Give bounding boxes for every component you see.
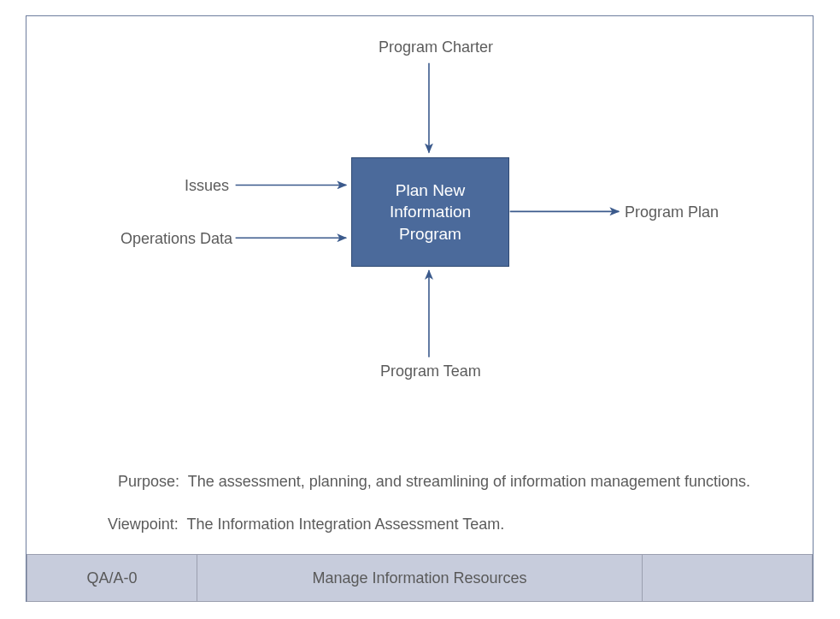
footer: QA/A-0 Manage Information Resources [26,554,813,602]
mechanism-label: Program Team [380,363,481,380]
diagram-area: Program Charter Issues Operations Data P… [26,16,813,601]
purpose-text: The assessment, planning, and streamlini… [188,473,750,490]
purpose-label: Purpose: [118,473,179,490]
viewpoint-label: Viewpoint: [108,516,179,533]
viewpoint-row: Viewpoint: The Information Integration A… [108,516,504,534]
process-box: Plan New Information Program [351,157,509,267]
control-label: Program Charter [379,38,493,56]
purpose-row: Purpose: The assessment, planning, and s… [118,473,750,491]
input-label-operations-data: Operations Data [120,230,232,248]
diagram-frame: Program Charter Issues Operations Data P… [26,15,814,602]
footer-node: QA/A-0 [26,554,197,602]
output-label: Program Plan [625,203,719,221]
process-name: Plan New Information Program [390,180,471,245]
input-label-issues: Issues [185,177,229,195]
footer-number [642,554,813,602]
footer-title: Manage Information Resources [197,554,643,602]
viewpoint-text: The Information Integration Assessment T… [186,516,504,533]
arrows-layer [26,16,813,601]
